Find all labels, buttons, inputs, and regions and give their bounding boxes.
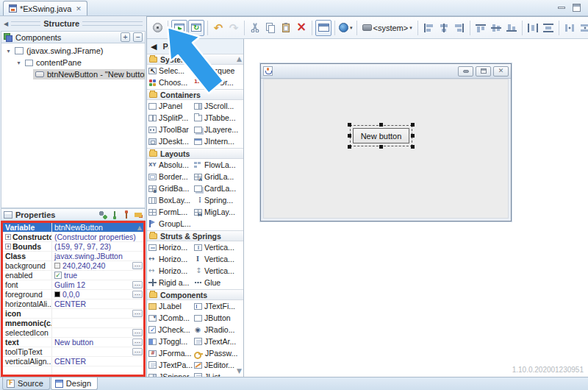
tree-expander-icon[interactable]: ▾ <box>15 60 23 66</box>
test-window-button[interactable] <box>315 20 331 36</box>
palette-item-groupl[interactable]: GroupL... <box>148 218 194 230</box>
property-value[interactable]: CENTER <box>51 299 143 308</box>
property-row[interactable]: textNew button… <box>3 338 143 347</box>
view-maximize-icon[interactable] <box>573 4 581 12</box>
palette-item-jforma[interactable]: JForma... <box>148 347 194 359</box>
frame-close-button[interactable]: ✕ <box>493 66 509 77</box>
palette-item-jtoolbar[interactable]: JToolBar <box>148 124 194 135</box>
resize-handle[interactable] <box>379 145 383 149</box>
expand-toggle-icon[interactable]: + <box>5 234 11 240</box>
palette-item-jcheck[interactable]: JCheck... <box>148 324 194 336</box>
align-bottom-button[interactable] <box>504 20 519 36</box>
palette-item-jtextar[interactable]: JTextAr... <box>194 336 243 347</box>
resize-handle[interactable] <box>348 134 351 138</box>
property-value[interactable]: (159, 97, 97, 23) <box>51 242 143 251</box>
palette-item-jcomb[interactable]: JComb... <box>148 312 194 324</box>
show-advanced-properties-icon[interactable] <box>98 210 107 219</box>
tab-close-icon[interactable]: ✕ <box>76 5 82 13</box>
palette-item-choos[interactable]: Choos... <box>148 77 194 88</box>
palette-item-spring[interactable]: Spring... <box>194 194 243 206</box>
selected-jbutton[interactable]: New button <box>353 128 409 143</box>
palette-scroll-down-icon[interactable]: ▼ <box>237 367 242 375</box>
ellipsis-button[interactable]: … <box>132 262 143 269</box>
design-canvas[interactable]: ✕ New button <box>244 39 588 377</box>
property-row[interactable]: selectedIcon… <box>3 328 143 338</box>
ellipsis-button[interactable]: … <box>132 329 143 336</box>
palette-category-containers[interactable]: Containers <box>147 89 243 100</box>
cut-button[interactable] <box>248 20 262 36</box>
frame-maximize-button[interactable] <box>476 66 491 77</box>
expand-toggle-icon[interactable]: + <box>5 244 11 249</box>
collapse-arrow-icon[interactable]: ◀ <box>4 21 8 27</box>
palette-category-system[interactable]: System <box>147 54 243 65</box>
palette-item-jtabbe[interactable]: JTabbe... <box>194 112 243 124</box>
palette-item-forml[interactable]: FormL... <box>148 206 194 218</box>
ellipsis-button[interactable]: … <box>132 310 143 317</box>
palette-item-marquee[interactable]: Marquee <box>194 65 243 77</box>
property-value[interactable]: 0,0,0… <box>51 290 143 299</box>
palette-item-absolu[interactable]: Absolu... <box>148 159 194 171</box>
palette-scroll-up-icon[interactable]: ▲ <box>237 55 242 63</box>
property-row[interactable] <box>3 366 143 376</box>
align-right-button[interactable] <box>452 20 467 36</box>
property-value[interactable] <box>51 319 143 327</box>
property-value[interactable]: (Constructor properties) <box>51 233 143 241</box>
property-row[interactable]: Classjavax.swing.JButton <box>3 252 143 261</box>
property-value[interactable]: btnNewButton <box>51 223 143 232</box>
property-value[interactable]: CENTER <box>51 357 143 366</box>
distribute-horizontal-button[interactable] <box>526 20 540 36</box>
palette-item-gridba[interactable]: GridBa... <box>148 182 194 194</box>
property-row[interactable]: icon… <box>3 309 143 319</box>
undo-button[interactable] <box>211 20 226 36</box>
palette-item-jtextfi[interactable]: JTextFi... <box>194 300 243 312</box>
align-center-button[interactable] <box>437 20 451 36</box>
resize-handle[interactable] <box>348 145 351 149</box>
palette-item-jsplitp[interactable]: JSplitP... <box>148 112 194 124</box>
ellipsis-button[interactable]: … <box>132 281 143 288</box>
property-value[interactable]: New button… <box>51 338 143 347</box>
property-value[interactable]: … <box>51 328 143 337</box>
palette-category-components[interactable]: Components <box>147 289 243 300</box>
tab-design[interactable]: Design <box>51 377 98 390</box>
frame-minimize-button[interactable] <box>458 66 473 77</box>
resize-handle[interactable] <box>411 145 415 149</box>
property-value[interactable] <box>51 366 143 375</box>
palette-item-horizo[interactable]: Horizo... <box>148 265 194 277</box>
palette-item-vertica[interactable]: Vertica... <box>194 241 243 253</box>
property-row[interactable]: foreground0,0,0… <box>3 290 143 299</box>
property-row[interactable]: horizontalAli...CENTER <box>3 299 143 309</box>
checkbox-checked-icon[interactable]: ✓ <box>54 272 62 279</box>
palette-item-rigida[interactable]: Rigid a... <box>148 277 194 288</box>
resize-handle[interactable] <box>348 123 351 127</box>
redo-button[interactable] <box>226 20 241 36</box>
align-left-button[interactable] <box>421 20 436 36</box>
property-value[interactable]: … <box>51 309 143 318</box>
palette-item-jspinner[interactable]: JSpinner <box>148 371 194 377</box>
distribute-vertical-button[interactable] <box>541 20 556 36</box>
property-value[interactable]: ✓true <box>51 271 143 280</box>
property-value[interactable]: javax.swing.JButton <box>51 252 143 260</box>
copy-button[interactable] <box>263 20 278 36</box>
palette-item-jradio[interactable]: JRadio... <box>194 324 243 336</box>
restore-default-icon[interactable] <box>122 210 131 219</box>
space-vertical-button[interactable] <box>578 20 588 36</box>
palette-item-tabor[interactable]: Tab Or... <box>194 77 243 88</box>
property-row[interactable]: toolTipText… <box>3 347 143 357</box>
space-horizontal-button[interactable] <box>562 20 577 36</box>
palette-item-jscroll[interactable]: JScroll... <box>194 100 243 112</box>
resize-handle[interactable] <box>411 134 415 138</box>
categorize-properties-icon[interactable] <box>134 210 143 219</box>
ellipsis-button[interactable]: … <box>132 338 143 346</box>
view-minimize-icon[interactable] <box>558 7 565 9</box>
property-row[interactable]: background240,240,240… <box>3 261 143 271</box>
property-row[interactable]: fontGulim 12… <box>3 280 143 290</box>
property-row[interactable]: +Constructor(Constructor properties) <box>3 233 143 242</box>
palette-item-horizo[interactable]: Horizo... <box>148 241 194 253</box>
palette-item-jlabel[interactable]: JLabel <box>148 300 194 312</box>
ellipsis-button[interactable]: … <box>132 291 143 298</box>
tree-item[interactable]: btnNewButton - "New button" <box>1 68 145 80</box>
property-row[interactable]: enabled✓true <box>3 271 143 280</box>
palette-item-jdeskt[interactable]: JDeskt... <box>148 135 194 147</box>
property-value[interactable]: … <box>51 347 143 356</box>
look-and-feel-selector[interactable]: <system>▾ <box>360 20 415 36</box>
